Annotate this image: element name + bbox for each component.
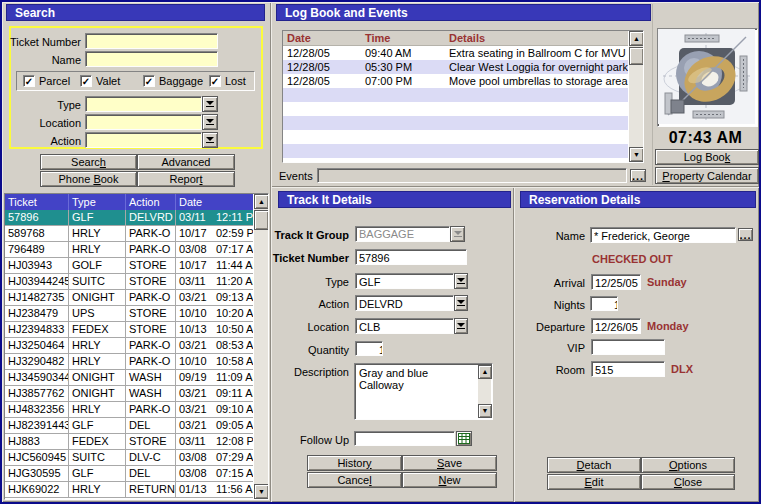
type-input[interactable]: [85, 96, 202, 112]
logbook-table-scrollbar[interactable]: ▲ ▼: [628, 31, 643, 162]
table-row[interactable]: HJ3250464HRLYPARK-O03/2108:53 AM: [5, 338, 255, 354]
checkbox-item-lost[interactable]: ✓Lost: [209, 75, 246, 87]
logbook-row[interactable]: 12/28/0509:40 AMExtra seating in Ballroo…: [283, 46, 628, 60]
room-inner[interactable]: [595, 363, 665, 377]
options-button[interactable]: Options: [641, 457, 735, 473]
name-browse-button[interactable]: ...: [738, 228, 753, 241]
trackit-follow-up-inner[interactable]: [358, 433, 455, 446]
table-row[interactable]: HJ03943GOLFSTORE10/1711:44 AM: [5, 258, 255, 274]
type-input-inner[interactable]: [89, 98, 202, 112]
table-row[interactable]: HJG30595GLFDEL03/0807:15 AM: [5, 466, 255, 482]
trackit-type-dropdown-button[interactable]: [454, 273, 468, 289]
column-header-time[interactable]: Time: [361, 31, 445, 45]
cancel-button[interactable]: Cancel: [307, 472, 402, 488]
trackit-location-input[interactable]: [355, 318, 454, 334]
events-input-inner[interactable]: [321, 170, 627, 183]
trackit-action-inner[interactable]: [359, 297, 454, 311]
table-row[interactable]: HJ4832356HRLYPARK-O03/2109:10 AM: [5, 402, 255, 418]
room-input[interactable]: [591, 361, 665, 377]
action-input-inner[interactable]: [89, 134, 202, 148]
nights-input[interactable]: [590, 296, 618, 311]
advanced-button[interactable]: Advanced: [137, 154, 235, 170]
phone-book-button[interactable]: Phone Book: [40, 171, 137, 187]
save-button[interactable]: Save: [402, 455, 497, 471]
follow-up-calendar-button[interactable]: [456, 431, 472, 446]
arrival-input[interactable]: [591, 274, 641, 290]
trackit-description-textarea[interactable]: Gray and blue Calloway: [356, 365, 478, 418]
column-header-type[interactable]: Type: [69, 194, 126, 210]
checkbox-valet[interactable]: ✓: [80, 75, 92, 87]
logbook-empty-row[interactable]: [283, 130, 628, 144]
logbook-row[interactable]: 12/28/0507:00 PMMove pool umbrellas to s…: [283, 74, 628, 88]
logbook-empty-row[interactable]: [283, 88, 628, 102]
location-input[interactable]: [85, 114, 202, 130]
history-button[interactable]: History: [307, 455, 402, 471]
departure-input[interactable]: [591, 318, 641, 334]
departure-inner[interactable]: [595, 320, 641, 334]
checkbox-item-baggage[interactable]: ✓Baggage: [143, 75, 203, 87]
table-row[interactable]: 796489HRLYPARK-O03/0807:17 AM: [5, 242, 255, 258]
table-row[interactable]: HJ34590344ONIGHTWASH09/1911:09 AM: [5, 370, 255, 386]
events-browse-button[interactable]: ...: [630, 169, 646, 182]
scroll-up-button[interactable]: ▲: [254, 194, 269, 209]
arrival-inner[interactable]: [595, 276, 641, 290]
location-dropdown-button[interactable]: [202, 114, 218, 130]
checkbox-parcel[interactable]: ✓: [23, 75, 35, 87]
reservation-name-inner[interactable]: [594, 229, 736, 243]
reservation-name-input[interactable]: [590, 227, 736, 243]
search-button[interactable]: Search: [40, 154, 137, 170]
table-row[interactable]: HJ883FEDEXSTORE03/1112:08 PM: [5, 434, 255, 450]
trackit-type-input[interactable]: [355, 273, 454, 289]
trackit-location-inner[interactable]: [359, 320, 454, 334]
property-calendar-button[interactable]: Property Calendar: [655, 167, 759, 184]
results-table-scrollbar[interactable]: ▲ ▼: [253, 194, 268, 499]
table-row[interactable]: HJ2394833FEDEXSTORE10/1310:50 AM: [5, 322, 255, 338]
table-row[interactable]: HJ82391443GLFDEL03/2109:05 AM: [5, 418, 255, 434]
table-row[interactable]: HJ1482735ONIGHTPARK-O03/2109:13 AM: [5, 290, 255, 306]
table-row[interactable]: HJ3857762ONIGHTWASH03/2109:11 AM: [5, 386, 255, 402]
checkbox-item-valet[interactable]: ✓Valet: [80, 75, 120, 87]
type-dropdown-button[interactable]: [202, 96, 218, 112]
vip-inner[interactable]: [595, 341, 665, 355]
logbook-empty-row[interactable]: [283, 144, 628, 158]
trackit-type-inner[interactable]: [359, 275, 454, 289]
table-row[interactable]: 57896GLFDELVRD03/1112:11 PM: [5, 210, 255, 226]
nights-inner[interactable]: [594, 298, 618, 311]
trackit-description-box[interactable]: Gray and blue Calloway ▲ ▼: [354, 363, 493, 420]
checkbox-item-parcel[interactable]: ✓Parcel: [23, 75, 70, 87]
logbook-empty-row[interactable]: [283, 102, 628, 116]
table-row[interactable]: 589768HRLYPARK-O10/1702:59 PM: [5, 226, 255, 242]
scroll-down-button[interactable]: ▼: [629, 147, 644, 162]
log-book-button[interactable]: Log Book: [655, 149, 759, 165]
detach-button[interactable]: Detach: [547, 457, 641, 473]
action-dropdown-button[interactable]: [202, 132, 218, 148]
trackit-ticket-number-inner[interactable]: [359, 251, 467, 265]
trackit-action-dropdown-button[interactable]: [454, 295, 468, 311]
logbook-row[interactable]: 12/28/0505:30 PMClear West Loggia for ov…: [283, 60, 628, 74]
ticket-number-input-inner[interactable]: [89, 35, 218, 49]
checkbox-lost[interactable]: ✓: [209, 75, 221, 87]
location-input-inner[interactable]: [89, 116, 202, 130]
edit-button[interactable]: Edit: [547, 474, 641, 490]
column-header-details[interactable]: Details: [445, 31, 643, 45]
table-row[interactable]: HJK69022HRLYRETURNED01/1311:56 AM: [5, 482, 255, 498]
name-input-inner[interactable]: [89, 53, 218, 67]
trackit-location-dropdown-button[interactable]: [454, 318, 468, 334]
table-row[interactable]: HJ039442456SUITCSTORE03/1111:20 AM: [5, 274, 255, 290]
trackit-quantity-inner[interactable]: [359, 343, 383, 356]
scroll-up-button[interactable]: ▲: [629, 31, 644, 46]
new-button[interactable]: New: [402, 472, 497, 488]
name-input[interactable]: [85, 51, 218, 67]
scrollbar-thumb[interactable]: [254, 210, 269, 230]
column-header-date[interactable]: Date: [283, 31, 361, 45]
description-scrollbar[interactable]: ▲ ▼: [477, 365, 491, 418]
action-input[interactable]: [85, 132, 202, 148]
trackit-follow-up-input[interactable]: [354, 431, 455, 446]
table-row[interactable]: HJ3290482HRLYPARK-O10/1010:58 AM: [5, 354, 255, 370]
scroll-up-button[interactable]: ▲: [478, 365, 492, 379]
logbook-empty-row[interactable]: [283, 116, 628, 130]
table-row[interactable]: HJ238479UPSSTORE10/1010:20 AM: [5, 306, 255, 322]
scroll-down-button[interactable]: ▼: [478, 404, 492, 418]
ticket-number-input[interactable]: [85, 33, 218, 49]
close-button[interactable]: Close: [641, 474, 735, 490]
